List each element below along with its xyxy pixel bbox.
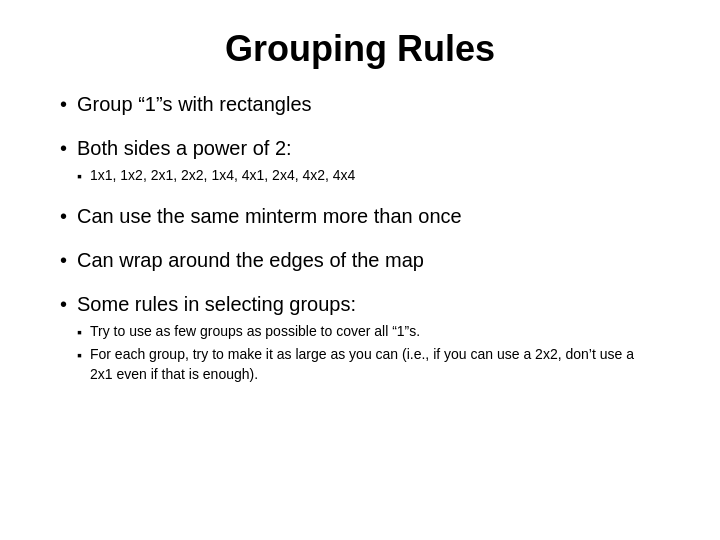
- bullet-dot: •: [60, 202, 67, 230]
- sub-bullet-icon: ▪: [77, 347, 82, 363]
- sub-list: ▪ 1x1, 1x2, 2x1, 2x2, 1x4, 4x1, 2x4, 4x2…: [77, 166, 355, 186]
- sub-text: Try to use as few groups as possible to …: [90, 322, 420, 342]
- sub-text: 1x1, 1x2, 2x1, 2x2, 1x4, 4x1, 2x4, 4x2, …: [90, 166, 355, 186]
- page: Grouping Rules • Group “1”s with rectang…: [0, 0, 720, 540]
- sub-list-item: ▪ For each group, try to make it as larg…: [77, 345, 660, 384]
- bullet-dot: •: [60, 134, 67, 162]
- bullet-dot: •: [60, 90, 67, 118]
- bullet-text: Both sides a power of 2:: [77, 137, 292, 159]
- list-item: • Group “1”s with rectangles: [60, 90, 660, 118]
- list-item: • Can wrap around the edges of the map: [60, 246, 660, 274]
- sub-text: For each group, try to make it as large …: [90, 345, 660, 384]
- bullet-dot: •: [60, 246, 67, 274]
- sub-bullet-icon: ▪: [77, 168, 82, 184]
- bullet-dot: •: [60, 290, 67, 318]
- bullet-text: Can use the same minterm more than once: [77, 205, 462, 227]
- bullet-text: Some rules in selecting groups:: [77, 293, 356, 315]
- list-item: • Some rules in selecting groups: ▪ Try …: [60, 290, 660, 385]
- bullet-list: • Group “1”s with rectangles • Both side…: [60, 90, 660, 384]
- page-title: Grouping Rules: [60, 20, 660, 70]
- bullet-text: Can wrap around the edges of the map: [77, 249, 424, 271]
- sub-bullet-icon: ▪: [77, 324, 82, 340]
- list-item: • Can use the same minterm more than onc…: [60, 202, 660, 230]
- sub-list: ▪ Try to use as few groups as possible t…: [77, 322, 660, 385]
- sub-list-item: ▪ 1x1, 1x2, 2x1, 2x2, 1x4, 4x1, 2x4, 4x2…: [77, 166, 355, 186]
- sub-list-item: ▪ Try to use as few groups as possible t…: [77, 322, 660, 342]
- list-item: • Both sides a power of 2: ▪ 1x1, 1x2, 2…: [60, 134, 660, 186]
- bullet-text: Group “1”s with rectangles: [77, 93, 312, 115]
